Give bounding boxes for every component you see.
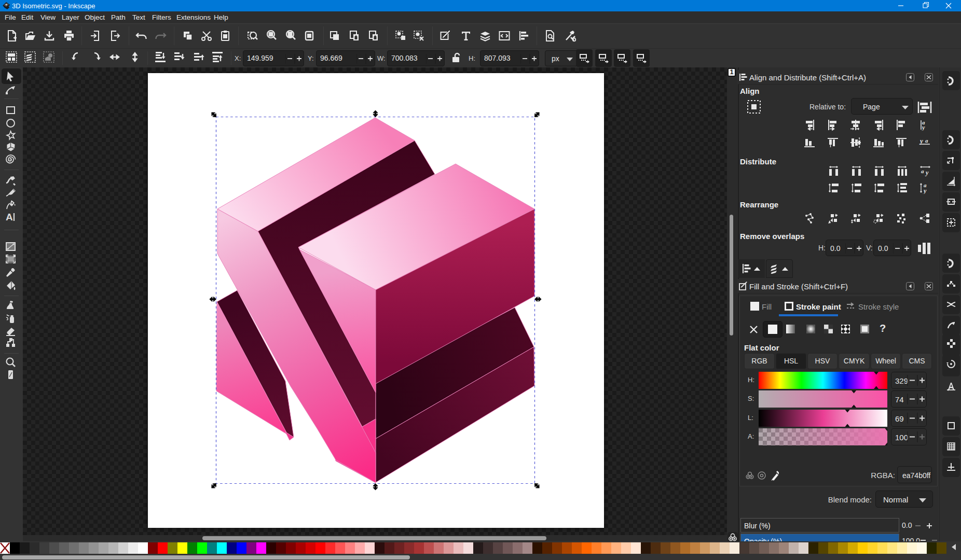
svg-text:y: y (923, 187, 927, 194)
svg-text:a: a (925, 137, 928, 144)
svg-text:y: y (925, 169, 929, 176)
svg-text:y: y (919, 137, 923, 145)
svg-text:A: A (6, 212, 13, 222)
svg-text:a: a (921, 168, 924, 174)
svg-text:y: y (921, 124, 925, 131)
